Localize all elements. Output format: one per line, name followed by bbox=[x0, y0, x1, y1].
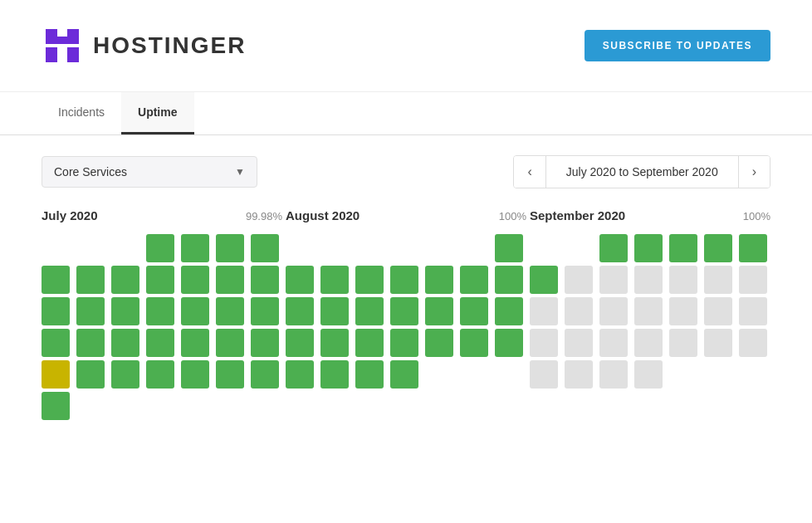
svg-rect-3 bbox=[46, 37, 79, 44]
day-cell bbox=[530, 297, 558, 325]
day-cell bbox=[704, 297, 732, 325]
day-cell bbox=[216, 234, 244, 262]
day-cell bbox=[355, 266, 384, 294]
calendar-pct: 100% bbox=[743, 210, 770, 222]
calendar-title: September 2020 bbox=[530, 208, 625, 222]
day-cell bbox=[181, 360, 209, 389]
day-cell bbox=[181, 234, 209, 262]
day-cell bbox=[76, 329, 105, 357]
day-cell bbox=[634, 266, 663, 294]
day-cell bbox=[216, 297, 244, 325]
day-cell bbox=[704, 234, 732, 262]
day-cell bbox=[42, 234, 70, 262]
chevron-down-icon: ▼ bbox=[235, 166, 245, 178]
day-cell bbox=[460, 360, 488, 389]
day-cell bbox=[530, 266, 558, 294]
day-cell bbox=[42, 329, 70, 357]
day-cell bbox=[634, 329, 663, 357]
day-cell bbox=[320, 297, 349, 325]
day-cell bbox=[530, 234, 558, 262]
day-cell bbox=[216, 360, 244, 389]
day-cell bbox=[251, 234, 279, 262]
day-cell bbox=[634, 360, 663, 389]
calendar-1: August 2020100% bbox=[286, 208, 526, 420]
day-cell bbox=[669, 234, 697, 262]
day-cell bbox=[216, 329, 244, 357]
day-cell bbox=[425, 297, 453, 325]
day-cell bbox=[599, 329, 628, 357]
day-cell bbox=[739, 297, 767, 325]
day-cell bbox=[495, 297, 523, 325]
day-cell bbox=[76, 234, 105, 262]
day-cell bbox=[286, 360, 314, 389]
day-cell bbox=[251, 297, 279, 325]
subscribe-button[interactable]: SUBSCRIBE TO UPDATES bbox=[585, 30, 770, 61]
day-cell bbox=[251, 360, 279, 389]
day-cell bbox=[460, 329, 488, 357]
day-cell bbox=[42, 392, 70, 420]
day-cell bbox=[739, 360, 767, 389]
day-cell bbox=[286, 297, 314, 325]
day-cell bbox=[495, 234, 523, 262]
header: HOSTINGER SUBSCRIBE TO UPDATES bbox=[0, 0, 812, 92]
day-cell bbox=[634, 297, 663, 325]
day-cell bbox=[704, 266, 732, 294]
day-cell bbox=[146, 266, 174, 294]
day-cell bbox=[669, 360, 697, 389]
day-cell bbox=[111, 266, 139, 294]
day-cell bbox=[216, 266, 244, 294]
day-cell bbox=[355, 234, 384, 262]
day-cell bbox=[599, 297, 628, 325]
day-cell bbox=[286, 234, 314, 262]
tab-uptime[interactable]: Uptime bbox=[121, 92, 193, 134]
prev-date-button[interactable]: ‹ bbox=[514, 156, 545, 188]
day-cell bbox=[704, 329, 732, 357]
day-cell bbox=[320, 329, 349, 357]
day-cell bbox=[146, 234, 174, 262]
day-cell bbox=[599, 234, 628, 262]
day-cell bbox=[704, 360, 732, 389]
day-cell bbox=[286, 329, 314, 357]
tab-incidents[interactable]: Incidents bbox=[42, 92, 121, 134]
day-cell bbox=[565, 266, 593, 294]
calendar-header: September 2020100% bbox=[530, 208, 770, 222]
day-cell bbox=[530, 329, 558, 357]
day-cell bbox=[355, 297, 384, 325]
svg-rect-5 bbox=[67, 47, 79, 62]
day-cell bbox=[565, 360, 593, 389]
dropdown-value: Core Services bbox=[54, 165, 127, 178]
day-cell bbox=[76, 360, 105, 389]
day-cell bbox=[146, 329, 174, 357]
day-cell bbox=[425, 234, 453, 262]
day-cell bbox=[251, 266, 279, 294]
day-cell bbox=[111, 234, 139, 262]
calendar-header: August 2020100% bbox=[286, 208, 526, 222]
day-cell bbox=[425, 329, 453, 357]
calendars: July 202099.98%August 2020100%September … bbox=[0, 208, 812, 445]
date-range-label: July 2020 to September 2020 bbox=[546, 157, 738, 187]
service-dropdown[interactable]: Core Services ▼ bbox=[42, 156, 257, 188]
day-cell bbox=[669, 266, 697, 294]
day-cell bbox=[320, 266, 349, 294]
day-cell bbox=[425, 266, 453, 294]
day-cell bbox=[390, 360, 418, 389]
day-cell bbox=[460, 297, 488, 325]
day-cell bbox=[599, 360, 628, 389]
day-cell bbox=[739, 234, 767, 262]
logo: HOSTINGER bbox=[42, 25, 246, 66]
day-cell bbox=[390, 234, 418, 262]
calendar-2: September 2020100% bbox=[530, 208, 770, 420]
day-cell bbox=[111, 392, 139, 420]
day-cell bbox=[495, 329, 523, 357]
day-cell bbox=[111, 329, 139, 357]
calendar-pct: 100% bbox=[499, 210, 526, 222]
next-date-button[interactable]: › bbox=[738, 156, 770, 188]
day-cell bbox=[111, 360, 139, 389]
calendar-0: July 202099.98% bbox=[42, 208, 282, 420]
calendar-header: July 202099.98% bbox=[42, 208, 282, 222]
day-cell bbox=[669, 297, 697, 325]
day-cell bbox=[251, 329, 279, 357]
day-cell bbox=[181, 297, 209, 325]
day-cell bbox=[599, 266, 628, 294]
day-cell bbox=[460, 234, 488, 262]
